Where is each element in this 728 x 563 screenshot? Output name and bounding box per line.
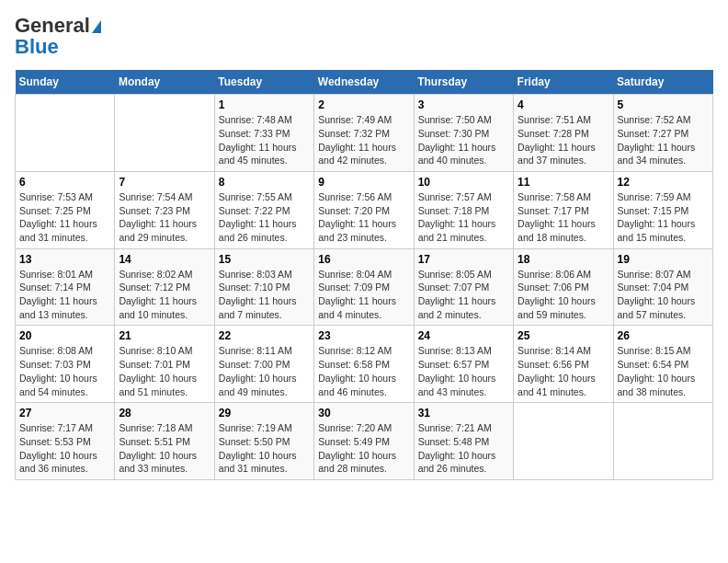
day-header-wednesday: Wednesday — [314, 70, 414, 95]
calendar-week-1: 1Sunrise: 7:48 AM Sunset: 7:33 PM Daylig… — [16, 95, 713, 172]
calendar-cell: 14Sunrise: 8:02 AM Sunset: 7:12 PM Dayli… — [115, 248, 214, 326]
calendar-cell: 1Sunrise: 7:48 AM Sunset: 7:33 PM Daylig… — [214, 95, 313, 172]
day-number: 10 — [418, 176, 509, 189]
day-info: Sunrise: 7:56 AM Sunset: 7:20 PM Dayligh… — [318, 190, 409, 245]
calendar-cell: 25Sunrise: 8:14 AM Sunset: 6:56 PM Dayli… — [514, 326, 613, 403]
day-info: Sunrise: 8:12 AM Sunset: 6:58 PM Dayligh… — [318, 344, 409, 398]
day-info: Sunrise: 8:11 AM Sunset: 7:00 PM Dayligh… — [219, 344, 310, 398]
logo-blue: Blue — [15, 35, 59, 59]
calendar-cell: 18Sunrise: 8:06 AM Sunset: 7:06 PM Dayli… — [514, 248, 613, 326]
calendar-cell: 9Sunrise: 7:56 AM Sunset: 7:20 PM Daylig… — [314, 171, 414, 248]
day-header-tuesday: Tuesday — [214, 70, 313, 95]
day-number: 7 — [119, 176, 210, 189]
calendar-cell: 26Sunrise: 8:15 AM Sunset: 6:54 PM Dayli… — [613, 326, 712, 403]
day-info: Sunrise: 7:51 AM Sunset: 7:28 PM Dayligh… — [518, 113, 609, 167]
day-info: Sunrise: 7:50 AM Sunset: 7:30 PM Dayligh… — [418, 113, 509, 167]
logo-text: General — [15, 15, 101, 37]
day-info: Sunrise: 7:17 AM Sunset: 5:53 PM Dayligh… — [19, 421, 110, 476]
day-header-friday: Friday — [514, 70, 613, 95]
day-info: Sunrise: 7:20 AM Sunset: 5:49 PM Dayligh… — [318, 421, 409, 476]
day-info: Sunrise: 8:06 AM Sunset: 7:06 PM Dayligh… — [518, 268, 609, 322]
day-info: Sunrise: 7:58 AM Sunset: 7:17 PM Dayligh… — [518, 190, 609, 245]
calendar-cell: 15Sunrise: 8:03 AM Sunset: 7:10 PM Dayli… — [214, 248, 313, 326]
day-info: Sunrise: 7:48 AM Sunset: 7:33 PM Dayligh… — [219, 113, 310, 167]
calendar-cell: 5Sunrise: 7:52 AM Sunset: 7:27 PM Daylig… — [613, 95, 712, 172]
calendar-cell: 30Sunrise: 7:20 AM Sunset: 5:49 PM Dayli… — [314, 403, 414, 480]
day-number: 31 — [418, 407, 509, 419]
day-info: Sunrise: 7:59 AM Sunset: 7:15 PM Dayligh… — [618, 190, 709, 245]
day-number: 2 — [318, 98, 409, 111]
calendar-week-4: 20Sunrise: 8:08 AM Sunset: 7:03 PM Dayli… — [16, 326, 713, 403]
calendar-cell: 22Sunrise: 8:11 AM Sunset: 7:00 PM Dayli… — [214, 326, 313, 403]
day-number: 27 — [19, 407, 110, 419]
day-number: 14 — [119, 253, 210, 266]
calendar-cell: 8Sunrise: 7:55 AM Sunset: 7:22 PM Daylig… — [214, 171, 313, 248]
calendar-cell: 24Sunrise: 8:13 AM Sunset: 6:57 PM Dayli… — [414, 326, 513, 403]
day-number: 17 — [418, 253, 509, 266]
calendar-table: SundayMondayTuesdayWednesdayThursdayFrid… — [15, 70, 713, 480]
calendar-cell: 31Sunrise: 7:21 AM Sunset: 5:48 PM Dayli… — [414, 403, 513, 480]
day-number: 24 — [418, 329, 509, 342]
day-number: 15 — [219, 253, 310, 266]
calendar-cell: 6Sunrise: 7:53 AM Sunset: 7:25 PM Daylig… — [16, 171, 115, 248]
day-number: 16 — [318, 253, 409, 266]
day-number: 22 — [219, 329, 310, 342]
day-number: 21 — [119, 329, 210, 342]
day-number: 23 — [318, 329, 409, 342]
day-info: Sunrise: 8:15 AM Sunset: 6:54 PM Dayligh… — [618, 344, 709, 398]
calendar-cell: 7Sunrise: 7:54 AM Sunset: 7:23 PM Daylig… — [115, 171, 214, 248]
day-header-sunday: Sunday — [16, 70, 115, 95]
day-header-thursday: Thursday — [414, 70, 513, 95]
day-info: Sunrise: 8:04 AM Sunset: 7:09 PM Dayligh… — [318, 268, 409, 322]
day-info: Sunrise: 8:07 AM Sunset: 7:04 PM Dayligh… — [618, 268, 709, 322]
day-info: Sunrise: 8:08 AM Sunset: 7:03 PM Dayligh… — [19, 344, 110, 398]
day-info: Sunrise: 8:01 AM Sunset: 7:14 PM Dayligh… — [19, 268, 110, 322]
calendar-header-row: SundayMondayTuesdayWednesdayThursdayFrid… — [16, 70, 713, 95]
calendar-cell: 27Sunrise: 7:17 AM Sunset: 5:53 PM Dayli… — [16, 403, 115, 480]
day-number: 3 — [418, 98, 509, 111]
day-number: 20 — [19, 329, 110, 342]
day-info: Sunrise: 7:54 AM Sunset: 7:23 PM Dayligh… — [119, 190, 210, 245]
day-number: 6 — [19, 176, 110, 189]
day-number: 8 — [219, 176, 310, 189]
day-number: 12 — [618, 176, 709, 189]
day-number: 9 — [318, 176, 409, 189]
day-info: Sunrise: 8:14 AM Sunset: 6:56 PM Dayligh… — [518, 344, 609, 398]
day-info: Sunrise: 7:21 AM Sunset: 5:48 PM Dayligh… — [418, 421, 509, 476]
calendar-cell — [115, 95, 214, 172]
day-number: 1 — [219, 98, 310, 111]
calendar-cell: 11Sunrise: 7:58 AM Sunset: 7:17 PM Dayli… — [514, 171, 613, 248]
calendar-cell: 19Sunrise: 8:07 AM Sunset: 7:04 PM Dayli… — [613, 248, 712, 326]
day-number: 30 — [318, 407, 409, 419]
day-info: Sunrise: 7:19 AM Sunset: 5:50 PM Dayligh… — [219, 421, 310, 476]
day-info: Sunrise: 8:13 AM Sunset: 6:57 PM Dayligh… — [418, 344, 509, 398]
day-info: Sunrise: 7:49 AM Sunset: 7:32 PM Dayligh… — [318, 113, 409, 167]
calendar-cell: 2Sunrise: 7:49 AM Sunset: 7:32 PM Daylig… — [314, 95, 414, 172]
calendar-week-5: 27Sunrise: 7:17 AM Sunset: 5:53 PM Dayli… — [16, 403, 713, 480]
calendar-cell: 10Sunrise: 7:57 AM Sunset: 7:18 PM Dayli… — [414, 171, 513, 248]
logo: General Blue — [15, 15, 101, 59]
day-info: Sunrise: 7:52 AM Sunset: 7:27 PM Dayligh… — [618, 113, 709, 167]
day-number: 11 — [518, 176, 609, 189]
day-number: 29 — [219, 407, 310, 419]
calendar-cell — [613, 403, 712, 480]
calendar-cell: 16Sunrise: 8:04 AM Sunset: 7:09 PM Dayli… — [314, 248, 414, 326]
page-header: General Blue — [15, 15, 713, 59]
calendar-week-2: 6Sunrise: 7:53 AM Sunset: 7:25 PM Daylig… — [16, 171, 713, 248]
calendar-cell: 4Sunrise: 7:51 AM Sunset: 7:28 PM Daylig… — [514, 95, 613, 172]
day-number: 25 — [518, 329, 609, 342]
calendar-cell: 23Sunrise: 8:12 AM Sunset: 6:58 PM Dayli… — [314, 326, 414, 403]
day-info: Sunrise: 7:57 AM Sunset: 7:18 PM Dayligh… — [418, 190, 509, 245]
day-number: 18 — [518, 253, 609, 266]
calendar-cell: 3Sunrise: 7:50 AM Sunset: 7:30 PM Daylig… — [414, 95, 513, 172]
day-info: Sunrise: 7:55 AM Sunset: 7:22 PM Dayligh… — [219, 190, 310, 245]
calendar-cell: 13Sunrise: 8:01 AM Sunset: 7:14 PM Dayli… — [16, 248, 115, 326]
calendar-week-3: 13Sunrise: 8:01 AM Sunset: 7:14 PM Dayli… — [16, 248, 713, 326]
day-number: 19 — [618, 253, 709, 266]
day-number: 26 — [618, 329, 709, 342]
calendar-cell: 21Sunrise: 8:10 AM Sunset: 7:01 PM Dayli… — [115, 326, 214, 403]
day-number: 5 — [618, 98, 709, 111]
day-number: 4 — [518, 98, 609, 111]
day-number: 13 — [19, 253, 110, 266]
day-info: Sunrise: 7:18 AM Sunset: 5:51 PM Dayligh… — [119, 421, 210, 476]
